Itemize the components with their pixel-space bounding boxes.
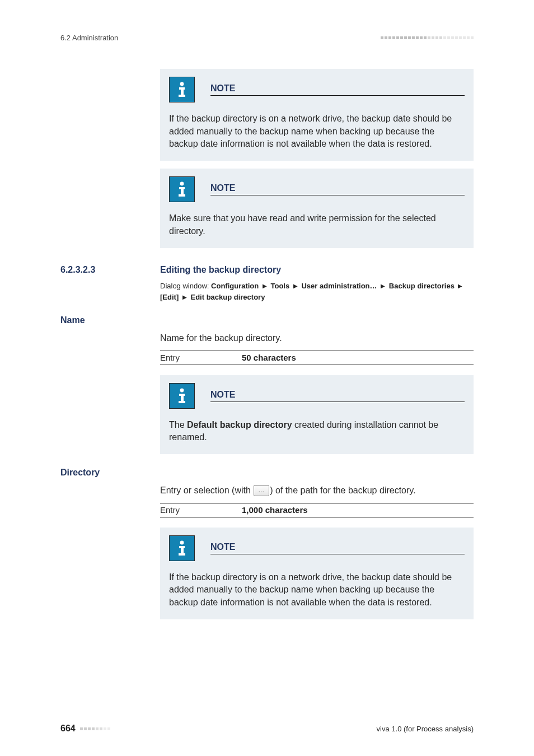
section-heading: 6.2.3.2.3 Editing the backup directory [160, 265, 474, 275]
info-icon [169, 176, 195, 202]
field-desc-name: Name for the backup directory. [160, 332, 474, 345]
chevron-right-icon: ▶ [292, 283, 299, 289]
dialog-path-segment: User administration… [301, 282, 377, 290]
chevron-right-icon: ▶ [261, 283, 269, 289]
note-title: NOTE [210, 390, 465, 402]
running-head-section: 6.2 Administration [60, 34, 118, 42]
dialog-path-segment: [Edit] [160, 293, 179, 301]
field-label-directory: Directory [60, 468, 474, 478]
note-title: NOTE [210, 183, 465, 195]
note-text-part: The [169, 420, 187, 430]
chevron-right-icon: ▶ [456, 283, 464, 289]
svg-rect-10 [181, 394, 184, 402]
section-number: 6.2.3.2.3 [60, 265, 95, 275]
note-box: NOTE If the backup directory is on a net… [160, 528, 474, 619]
info-icon [169, 77, 195, 102]
dialog-path-segment: Configuration [211, 282, 259, 290]
note-text-bold: Default backup directory [187, 420, 292, 430]
svg-rect-2 [181, 87, 184, 96]
chevron-right-icon: ▶ [181, 294, 189, 300]
svg-rect-15 [179, 553, 185, 556]
info-icon [169, 383, 195, 409]
dialog-path-segment: Edit backup directory [190, 293, 265, 301]
note-text: Make sure that you have read and write p… [169, 212, 465, 237]
dialog-path-segment: Tools [271, 282, 290, 290]
page-number: 664 [60, 724, 76, 734]
dialog-path: Dialog window: Configuration ▶ Tools ▶ U… [160, 281, 474, 303]
field-label-name: Name [60, 315, 474, 325]
chevron-right-icon: ▶ [379, 283, 387, 289]
dialog-path-lead: Dialog window: [160, 282, 211, 290]
note-text: The Default backup directory created dur… [169, 419, 465, 444]
browse-button[interactable]: … [254, 485, 269, 496]
note-text: If the backup directory is on a network … [169, 571, 465, 609]
field-desc-directory: Entry or selection (with …) of the path … [160, 484, 474, 497]
note-text: If the backup directory is on a network … [169, 113, 465, 151]
entry-value: 50 characters [242, 353, 296, 362]
svg-rect-7 [179, 194, 185, 197]
dialog-path-segment: Backup directories [389, 282, 455, 290]
info-icon [169, 535, 195, 561]
field-desc-part: ) of the path for the backup directory. [270, 486, 415, 495]
svg-point-12 [180, 540, 184, 544]
section-title: Editing the backup directory [160, 265, 281, 274]
svg-point-8 [180, 388, 184, 392]
entry-row: Entry 50 characters [160, 351, 474, 365]
svg-rect-14 [181, 546, 184, 554]
svg-rect-6 [181, 187, 184, 195]
footer-right: viva 1.0 (for Process analysis) [377, 725, 474, 733]
svg-point-0 [180, 82, 184, 86]
svg-rect-3 [179, 95, 185, 97]
entry-key: Entry [160, 505, 242, 515]
entry-row: Entry 1,000 characters [160, 503, 474, 517]
field-desc-part: Entry or selection (with [160, 486, 253, 495]
note-box: NOTE If the backup directory is on a net… [160, 69, 474, 161]
note-title: NOTE [210, 83, 465, 96]
footer-ornament [80, 727, 110, 730]
svg-rect-11 [179, 401, 185, 403]
svg-point-4 [180, 182, 184, 186]
note-box: NOTE Make sure that you have read and wr… [160, 169, 474, 248]
note-title: NOTE [210, 542, 465, 554]
entry-key: Entry [160, 353, 242, 362]
running-head-ornament [381, 36, 474, 39]
entry-value: 1,000 characters [242, 505, 308, 515]
note-box: NOTE The Default backup directory create… [160, 375, 474, 454]
